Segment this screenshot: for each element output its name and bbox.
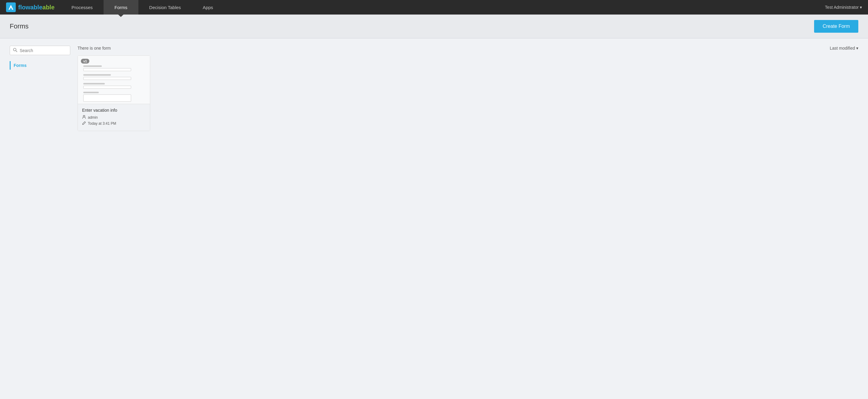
nav-item-apps[interactable]: Apps (192, 0, 224, 14)
user-menu[interactable]: Test Administrator ▾ (819, 0, 868, 14)
form-modified-meta: Today at 3:41 PM (82, 121, 146, 126)
logo[interactable]: flowableable (0, 0, 61, 14)
edit-icon (82, 121, 86, 126)
logo-able: able (42, 4, 55, 10)
user-name: Test Administrator ▾ (825, 5, 862, 10)
forms-grid: v1 Enter vacation info (78, 56, 858, 131)
search-input[interactable] (20, 48, 67, 53)
sort-dropdown[interactable]: Last modified ▾ (830, 46, 858, 51)
nav-item-decision-tables[interactable]: Decision Tables (138, 0, 192, 14)
nav-links: Processes Forms Decision Tables Apps (61, 0, 819, 14)
form-count-text: There is one form (78, 46, 111, 51)
form-card-preview: v1 (78, 56, 150, 104)
form-modified-date: Today at 3:41 PM (88, 122, 116, 126)
sidebar-item-forms[interactable]: Forms (10, 61, 70, 70)
form-author: admin (88, 115, 98, 120)
sort-arrow-icon: ▾ (856, 46, 858, 51)
form-author-meta: admin (82, 115, 146, 120)
nav-item-processes[interactable]: Processes (61, 0, 103, 14)
form-name: Enter vacation info (82, 108, 146, 112)
form-preview-content (78, 56, 150, 104)
form-card[interactable]: v1 Enter vacation info (78, 56, 150, 131)
search-icon (13, 48, 17, 53)
nav-item-forms[interactable]: Forms (103, 0, 138, 14)
svg-line-3 (16, 51, 17, 52)
create-form-button[interactable]: Create Form (814, 20, 858, 33)
page-title: Forms (10, 23, 28, 30)
search-box[interactable] (10, 46, 70, 55)
top-navigation: flowableable Processes Forms Decision Ta… (0, 0, 868, 14)
content-area: There is one form Last modified ▾ v1 (78, 46, 858, 131)
form-card-info: Enter vacation info admin (78, 104, 150, 131)
content-info-bar: There is one form Last modified ▾ (78, 46, 858, 51)
version-badge: v1 (81, 59, 89, 64)
logo-flow: flowable (18, 4, 42, 10)
sidebar: Forms (10, 46, 70, 131)
page-header: Forms Create Form (0, 14, 868, 38)
author-icon (82, 115, 86, 120)
sort-label: Last modified (830, 46, 855, 51)
main-content: Forms There is one form Last modified ▾ … (0, 38, 868, 138)
